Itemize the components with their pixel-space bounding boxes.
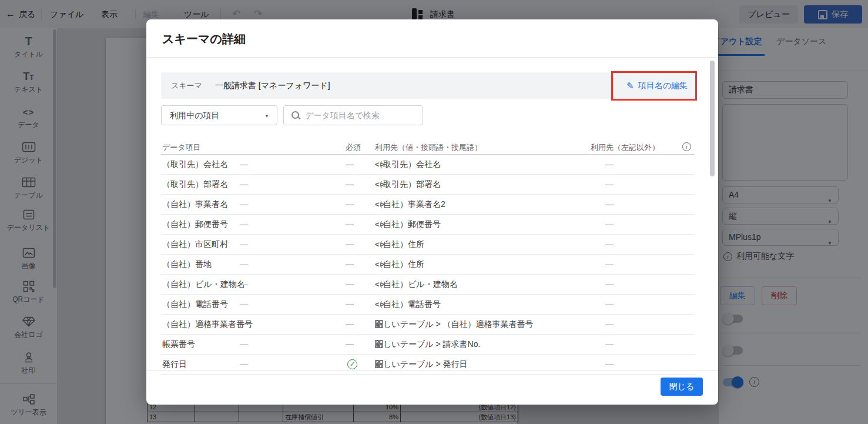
chevron-down-icon: ▼ xyxy=(264,107,269,126)
schema-value: 一般請求書 [マネーフォワード] xyxy=(215,81,330,91)
schema-label: スキーマ xyxy=(171,81,202,91)
code-icon: <> xyxy=(375,295,387,314)
modal-footer-divider xyxy=(146,370,718,371)
field-row: （自社）郵便番号——✓<>（自社）郵便番号— xyxy=(161,215,695,235)
field-row: （自社）電話番号——✓<>（自社）電話番号— xyxy=(161,295,695,315)
field-row: 発行日—✓<>新しいテーブル > 発行日— xyxy=(161,355,695,375)
edit-field-names-link[interactable]: ✎項目名の編集 xyxy=(626,72,688,99)
schema-details-modal: スキーマの詳細 スキーマ 一般請求書 [マネーフォワード] ✎項目名の編集 利用… xyxy=(146,19,718,405)
column-header-usage-other: 利用先（左記以外） xyxy=(591,142,659,153)
field-row: （自社）適格事業者番号——✓<>新しいテーブル > （自社）適格事業者番号— xyxy=(161,315,695,335)
fields-table-header: データ項目 必須 利用先（値・接頭語・接尾語） 利用先（左記以外） i xyxy=(161,140,695,155)
modal-scrollbar[interactable] xyxy=(710,61,715,176)
field-row: （自社）ビル・建物名——✓<>（自社）ビル・建物名— xyxy=(161,275,695,295)
code-icon: <> xyxy=(375,195,387,214)
code-icon: <> xyxy=(375,235,387,254)
table-cells-icon xyxy=(375,355,387,374)
field-row: （自社）番地——✓<>（自社）住所— xyxy=(161,255,695,275)
modal-header-divider xyxy=(146,57,718,58)
column-header-usage: 利用先（値・接頭語・接尾語） xyxy=(375,142,482,153)
code-icon: <> xyxy=(375,255,387,274)
search-input[interactable] xyxy=(284,106,423,125)
modal-title: スキーマの詳細 xyxy=(162,31,246,47)
check-icon: ✓ xyxy=(347,359,357,369)
schema-info-bar: スキーマ 一般請求書 [マネーフォワード] ✎項目名の編集 xyxy=(161,72,697,99)
fields-table: （取引先）会社名——✓<>（取引先）会社名— （取引先）部署名——✓<>（取引先… xyxy=(161,155,695,375)
field-row: （取引先）会社名——✓<>（取引先）会社名— xyxy=(161,155,695,175)
column-header-item: データ項目 xyxy=(162,142,201,153)
code-icon: <> xyxy=(375,155,387,174)
close-button[interactable]: 閉じる xyxy=(661,378,703,396)
table-cells-icon xyxy=(375,335,387,354)
field-row: （取引先）部署名——✓<>（取引先）部署名— xyxy=(161,175,695,195)
pencil-icon: ✎ xyxy=(626,81,634,91)
field-row: （自社）事業者名——✓<>（自社）事業者名2— xyxy=(161,195,695,215)
code-icon: <> xyxy=(375,275,387,294)
table-cells-icon xyxy=(375,315,387,334)
column-header-required: 必須 xyxy=(346,142,361,153)
field-row: （自社）市区町村——✓<>（自社）住所— xyxy=(161,235,695,255)
field-row: 帳票番号——✓<>新しいテーブル > 請求書No.— xyxy=(161,335,695,355)
field-filter-select[interactable]: 利用中の項目▼ xyxy=(161,105,277,125)
code-icon: <> xyxy=(375,175,387,194)
field-search xyxy=(283,105,423,125)
code-icon: <> xyxy=(375,215,387,234)
info-icon[interactable]: i xyxy=(682,142,691,151)
